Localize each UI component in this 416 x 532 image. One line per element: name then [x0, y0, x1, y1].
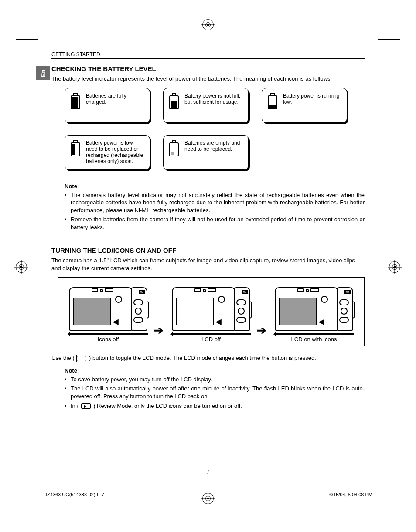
note-title: Note: — [65, 367, 365, 374]
lcd-state-on-icons: W ◀ LCD on with icons — [270, 284, 358, 342]
arrow-right-icon: ➔ — [154, 324, 164, 337]
lcd-toggle-icon — [77, 356, 86, 361]
note-item: In ( ) Review Mode, only the LCD icons c… — [65, 402, 365, 410]
lcd-screen-icon — [279, 298, 317, 325]
battery-one-third-icon — [266, 93, 279, 109]
battery-intro: The battery level indicator represents t… — [51, 75, 365, 83]
review-mode-icon — [81, 403, 91, 409]
lcd-screen-icon — [73, 298, 111, 325]
battery-full-icon — [69, 93, 82, 109]
heading-lcd: TURNING THE LCD/ICONS ON AND OFF — [51, 247, 365, 254]
battery-card-empty: Batteries are empty and need to be repla… — [163, 135, 249, 170]
battery-card-text: Batteries are empty and need to be repla… — [184, 140, 244, 152]
battery-two-thirds-icon — [168, 93, 180, 109]
battery-card-full: Batteries are fully charged. — [65, 88, 150, 123]
battery-card-low: Battery power is running low. — [262, 88, 347, 123]
battery-card-replace-soon: Battery power is low, need to be replace… — [65, 135, 150, 170]
section-header: GETTING STARTED — [51, 51, 365, 59]
arrow-right-icon: ➔ — [257, 324, 266, 337]
lcd-usage: Use the ( ) button to toggle the LCD mod… — [51, 354, 365, 362]
registration-mark-icon — [202, 19, 214, 30]
arrow-icon: ◀ — [113, 317, 119, 326]
lcd-state-off: W ◀ LCD off ➔ — [167, 284, 255, 342]
note-item: The camera's battery level indicator may… — [65, 191, 365, 214]
lcd-state-icons-off: W ◀ Icons off ➔ — [64, 284, 152, 342]
battery-low-flashing-icon — [69, 140, 82, 156]
note-item: To save battery power, you may turn off … — [65, 376, 365, 383]
heading-battery: CHECKING THE BATTERY LEVEL — [51, 65, 365, 72]
lcd-screen-icon — [176, 298, 214, 325]
arrow-icon: ◀ — [215, 317, 222, 326]
registration-mark-icon — [389, 261, 400, 273]
note-item: The LCD will also automatically power of… — [65, 385, 365, 400]
note-item: Remove the batteries from the camera if … — [65, 216, 365, 231]
battery-card-text: Battery power is not full, but sufficien… — [184, 93, 244, 105]
lcd-caption: Icons off — [64, 336, 152, 342]
arrow-icon: ◀ — [318, 317, 324, 326]
battery-card-text: Battery power is low, need to be replace… — [86, 140, 145, 164]
battery-card-sufficient: Battery power is not full, but sufficien… — [163, 88, 249, 123]
registration-mark-icon — [16, 261, 27, 273]
language-tab: En — [36, 66, 50, 80]
battery-cards: Batteries are fully charged. Battery pow… — [65, 88, 365, 170]
battery-card-text: Battery power is running low. — [283, 93, 342, 105]
print-footer: DZ4363 UG(514338-02)-E 7 6/15/04, 5:08:0… — [44, 492, 372, 497]
lcd-note-block: Note: To save battery power, you may tur… — [65, 367, 365, 410]
footer-doc-id: DZ4363 UG(514338-02)-E 7 — [44, 492, 104, 497]
lcd-diagram-row: W ◀ Icons off ➔ W — [58, 277, 365, 346]
note-title: Note: — [65, 183, 365, 190]
battery-card-text: Batteries are fully charged. — [86, 93, 145, 105]
page-number: 7 — [51, 468, 365, 475]
battery-note-block: Note: The camera's battery level indicat… — [65, 183, 365, 231]
lcd-caption: LCD on with icons — [270, 336, 358, 342]
footer-timestamp: 6/15/04, 5:08:08 PM — [329, 492, 372, 497]
lcd-intro: The camera has a 1.5" LCD which can fram… — [51, 257, 365, 272]
battery-empty-icon — [168, 140, 180, 156]
lcd-caption: LCD off — [167, 336, 255, 342]
